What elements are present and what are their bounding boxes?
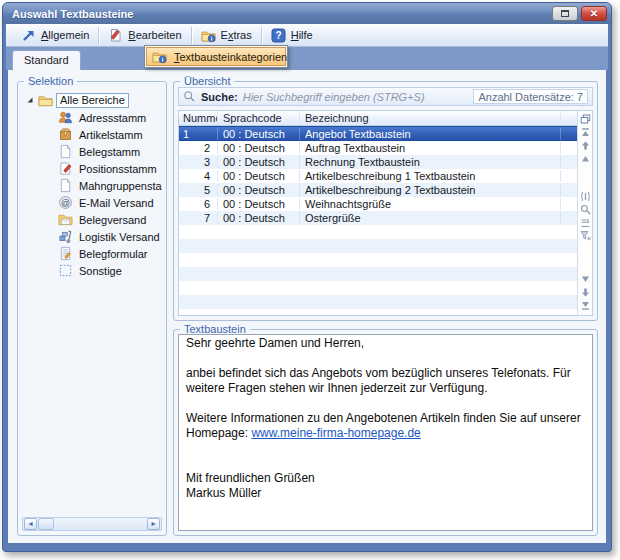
tree-horizontal-scrollbar[interactable]: ◂ ▸ <box>22 517 162 531</box>
filter-icon[interactable] <box>580 230 591 241</box>
menubar: Allgemein Bearbeiten Extras ? Hilfe <box>6 24 608 47</box>
search-icon <box>183 90 196 103</box>
table-row[interactable]: 6 00 : Deutsch Weihnachtsgrüße <box>179 197 577 211</box>
menu-allgemein[interactable]: Allgemein <box>12 26 98 45</box>
package-icon <box>58 127 73 142</box>
menu-bearbeiten[interactable]: Bearbeiten <box>99 26 190 45</box>
tab-standard[interactable]: Standard <box>12 50 81 70</box>
document-edit-icon <box>58 161 73 176</box>
tree-item-label: Alle Bereiche <box>56 93 129 108</box>
summary-icon[interactable] <box>580 217 591 228</box>
scrollbar-thumb[interactable] <box>38 518 54 530</box>
contacts-icon <box>58 110 73 125</box>
tabstrip: Standard <box>6 47 608 70</box>
table-row[interactable]: 3 00 : Deutsch Rechnung Textbaustein <box>179 155 577 169</box>
tree-item-label: Belegstamm <box>79 146 140 158</box>
prev-row-icon[interactable] <box>580 153 591 164</box>
close-button[interactable]: ✕ <box>581 6 607 21</box>
arrow-up-right-icon <box>21 28 36 43</box>
search-bar[interactable]: Suche: Hier Suchbegriff eingeben (STRG+S… <box>178 87 593 106</box>
selektion-groupbox: Selektion Alle Bereiche Adressstamm <box>17 81 167 536</box>
close-icon: ✕ <box>590 9 598 19</box>
zoom-icon[interactable] <box>580 204 591 215</box>
closing-line-1: Mit freundlichen Grüßen <box>186 471 585 486</box>
empty-row <box>179 267 577 281</box>
handtruck-icon <box>58 229 73 244</box>
svg-text:@: @ <box>61 198 70 208</box>
uebersicht-group-title: Übersicht <box>180 75 234 87</box>
closing-line-2: Markus Müller <box>186 486 585 501</box>
tree-item-sonstige[interactable]: Sonstige <box>22 262 162 279</box>
form-icon <box>58 246 73 261</box>
tree-item-logistik-versand[interactable]: Logistik Versand <box>22 228 162 245</box>
tree-item-artikelstamm[interactable]: Artikelstamm <box>22 126 162 143</box>
table-header-row: Nummer Sprachcode Bezeichnung <box>179 111 577 126</box>
page-up-icon[interactable] <box>580 140 591 151</box>
column-header-nummer[interactable]: Nummer <box>179 111 218 125</box>
page-down-icon[interactable] <box>580 287 591 298</box>
table-row[interactable]: 5 00 : Deutsch Artikelbeschreibung 2 Tex… <box>179 183 577 197</box>
menu-hilfe[interactable]: ? Hilfe <box>262 26 322 45</box>
scroll-left-button[interactable]: ◂ <box>24 518 37 530</box>
uebersicht-groupbox: Übersicht Suche: Hier Suchbegriff eingeb… <box>173 81 598 321</box>
email-at-icon: @ <box>58 195 73 210</box>
search-input[interactable]: Hier Suchbegriff eingeben (STRG+S) <box>243 91 425 103</box>
folder-icon <box>38 93 53 108</box>
grid-nav-strip <box>577 111 592 315</box>
last-row-icon[interactable] <box>580 300 591 311</box>
folder-info-icon <box>152 49 167 64</box>
paragraph-2: Weitere Informationen zu den Angebotenen… <box>186 411 585 441</box>
tree-item-label: Artikelstamm <box>79 129 143 141</box>
table-row[interactable]: 7 00 : Deutsch Ostergrüße <box>179 211 577 225</box>
menu-extras[interactable]: Extras <box>192 26 261 45</box>
tree-item-email-versand[interactable]: @ E-Mail Versand <box>22 194 162 211</box>
tree-item-adressstamm[interactable]: Adressstamm <box>22 109 162 126</box>
paragraph-1: anbei befindet sich das Angebots vom bez… <box>186 366 585 396</box>
folder-info-icon <box>201 28 216 43</box>
window-title: Auswahl Textbausteine <box>12 8 549 20</box>
scroll-right-button[interactable]: ▸ <box>147 518 160 530</box>
record-count-badge: Anzahl Datensätze: 7 <box>473 89 588 104</box>
bereich-tree: Alle Bereiche Adressstamm Artikelstamm <box>22 92 162 513</box>
tree-item-mahngruppenstamm[interactable]: Mahngruppenstamm <box>22 177 162 194</box>
next-row-icon[interactable] <box>580 274 591 285</box>
tree-item-belegversand[interactable]: Belegversand <box>22 211 162 228</box>
document-icon <box>58 144 73 159</box>
menu-item-textbausteinkategorien[interactable]: Textbausteinkategorien <box>146 47 286 66</box>
table-row[interactable]: 2 00 : Deutsch Auftrag Textbaustein <box>179 141 577 155</box>
empty-row <box>179 281 577 295</box>
tree-item-label: Belegformular <box>79 248 147 260</box>
tree-item-alle-bereiche[interactable]: Alle Bereiche <box>22 92 162 109</box>
dashed-box-icon <box>58 263 73 278</box>
extras-dropdown-menu: Textbausteinkategorien <box>144 45 288 68</box>
tree-item-belegformular[interactable]: Belegformular <box>22 245 162 262</box>
empty-row <box>179 225 577 239</box>
tree-item-label: E-Mail Versand <box>79 197 154 209</box>
titlebar[interactable]: Auswahl Textbausteine ✕ <box>3 3 611 24</box>
fit-columns-icon[interactable] <box>580 191 591 202</box>
textbaustein-table: Nummer Sprachcode Bezeichnung 1 00 : Deu… <box>178 110 593 316</box>
column-header-sprachcode[interactable]: Sprachcode <box>218 111 300 125</box>
empty-row <box>179 309 577 315</box>
table-row[interactable]: 1 00 : Deutsch Angebot Textbaustein <box>179 126 577 141</box>
expander-icon[interactable] <box>26 96 35 105</box>
first-row-icon[interactable] <box>580 127 591 138</box>
tree-item-positionsstamm[interactable]: Positionsstamm <box>22 160 162 177</box>
restore-button[interactable] <box>552 6 578 21</box>
tree-item-belegstamm[interactable]: Belegstamm <box>22 143 162 160</box>
document-icon <box>58 178 73 193</box>
textbaustein-groupbox: Textbaustein Sehr geehrte Damen und Herr… <box>173 329 598 536</box>
tree-item-label: Adressstamm <box>79 112 146 124</box>
column-header-bezeichnung[interactable]: Bezeichnung <box>300 111 561 125</box>
homepage-link[interactable]: www.meine-firma-homepage.de <box>251 426 420 440</box>
tree-item-label: Logistik Versand <box>79 231 160 243</box>
tab-page-standard: Selektion Alle Bereiche Adressstamm <box>8 70 606 543</box>
empty-row <box>179 295 577 309</box>
copy-rows-icon[interactable] <box>580 114 591 125</box>
empty-row <box>179 253 577 267</box>
folder-mail-icon <box>58 212 73 227</box>
textbaustein-content[interactable]: Sehr geehrte Damen und Herren, anbei bef… <box>178 334 593 531</box>
empty-row <box>179 239 577 253</box>
search-label: Suche: <box>201 91 238 103</box>
table-row[interactable]: 4 00 : Deutsch Artikelbeschreibung 1 Tex… <box>179 169 577 183</box>
